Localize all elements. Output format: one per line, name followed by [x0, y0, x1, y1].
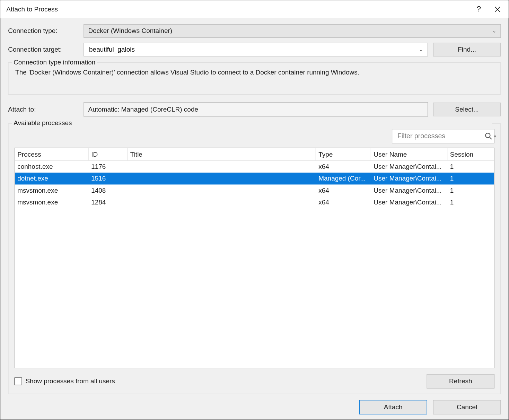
connection-type-value: Docker (Windows Container): [88, 27, 492, 35]
show-all-users-label: Show processes from all users: [25, 377, 115, 385]
close-button[interactable]: [488, 1, 507, 18]
cell-type: x64: [316, 187, 371, 194]
cell-session: 1: [447, 163, 494, 170]
connection-type-label: Connection type:: [8, 27, 84, 35]
chevron-down-icon: ⌄: [492, 28, 496, 34]
show-all-users-checkbox[interactable]: Show processes from all users: [15, 377, 115, 385]
cell-session: 1: [447, 199, 494, 206]
cell-session: 1: [447, 187, 494, 194]
table-row[interactable]: conhost.exe1176x64User Manager\Contai...…: [15, 161, 494, 173]
attach-to-field: Automatic: Managed (CoreCLR) code: [84, 102, 428, 117]
dialog-footer: Attach Cancel: [8, 400, 501, 414]
column-title[interactable]: Title: [128, 148, 316, 160]
cell-id: 1176: [89, 163, 128, 170]
svg-point-2: [485, 133, 490, 138]
column-process[interactable]: Process: [15, 148, 89, 160]
attach-to-label: Attach to:: [8, 106, 84, 113]
filter-processes-input[interactable]: [396, 132, 483, 140]
connection-type-row: Connection type: Docker (Windows Contain…: [8, 24, 501, 38]
table-row[interactable]: dotnet.exe1516Managed (Cor...User Manage…: [15, 173, 494, 184]
dialog-title: Attach to Process: [6, 5, 469, 13]
cell-id: 1516: [89, 175, 128, 182]
cell-type: x64: [316, 199, 371, 206]
filter-dropdown-icon[interactable]: ▾: [494, 134, 496, 138]
column-type[interactable]: Type: [316, 148, 371, 160]
connection-target-row: Connection target: ⌄ Find...: [8, 43, 501, 56]
titlebar: Attach to Process ?: [0, 0, 508, 18]
checkbox-box[interactable]: [15, 377, 22, 385]
attach-button[interactable]: Attach: [359, 400, 427, 414]
cell-process: conhost.exe: [15, 163, 89, 170]
find-button[interactable]: Find...: [433, 43, 501, 56]
filter-row: ▾: [15, 129, 495, 143]
cell-id: 1284: [89, 199, 128, 206]
cell-type: x64: [316, 163, 371, 170]
connection-info-legend: Connection type information: [12, 59, 97, 66]
available-processes-legend: Available processes: [12, 119, 492, 127]
table-row[interactable]: msvsmon.exe1408x64User Manager\Contai...…: [15, 184, 494, 196]
cell-user: User Manager\Contai...: [371, 163, 447, 170]
svg-line-3: [490, 137, 492, 139]
available-processes-group: Available processes ▾ Process ID Title T…: [8, 123, 501, 394]
connection-info-group: Connection type information The 'Docker …: [8, 62, 501, 95]
cell-type: Managed (Cor...: [316, 175, 371, 182]
column-session[interactable]: Session: [447, 148, 494, 160]
process-grid[interactable]: Process ID Title Type User Name Session …: [15, 148, 495, 368]
attach-to-value: Automatic: Managed (CoreCLR) code: [88, 106, 198, 113]
cell-id: 1408: [89, 187, 128, 194]
select-button[interactable]: Select...: [433, 103, 501, 116]
connection-target-combo[interactable]: ⌄: [84, 43, 428, 56]
attach-to-process-dialog: Attach to Process ? Connection type: Doc…: [0, 0, 509, 420]
cell-user: User Manager\Contai...: [371, 199, 447, 206]
search-icon: [485, 132, 492, 140]
connection-info-text: The 'Docker (Windows Container)' connect…: [8, 69, 500, 76]
filter-processes-field[interactable]: ▾: [392, 129, 494, 143]
cell-user: User Manager\Contai...: [371, 175, 447, 182]
cell-process: msvsmon.exe: [15, 199, 89, 206]
process-grid-body: conhost.exe1176x64User Manager\Contai...…: [15, 161, 494, 208]
cell-user: User Manager\Contai...: [371, 187, 447, 194]
below-grid-row: Show processes from all users Refresh: [15, 374, 495, 389]
cell-process: dotnet.exe: [15, 175, 89, 182]
connection-target-label: Connection target:: [8, 46, 84, 53]
cell-process: msvsmon.exe: [15, 187, 89, 194]
process-grid-header[interactable]: Process ID Title Type User Name Session: [15, 148, 494, 161]
help-button[interactable]: ?: [469, 1, 488, 18]
refresh-button[interactable]: Refresh: [427, 374, 494, 389]
column-username[interactable]: User Name: [371, 148, 447, 160]
attach-to-row: Attach to: Automatic: Managed (CoreCLR) …: [8, 102, 501, 117]
cell-session: 1: [447, 175, 494, 182]
chevron-down-icon: ⌄: [419, 47, 423, 53]
table-row[interactable]: msvsmon.exe1284x64User Manager\Contai...…: [15, 196, 494, 208]
close-icon: [494, 6, 500, 12]
connection-target-input[interactable]: [88, 45, 419, 54]
cancel-button[interactable]: Cancel: [433, 400, 501, 414]
connection-type-combo[interactable]: Docker (Windows Container) ⌄: [84, 24, 501, 38]
column-id[interactable]: ID: [89, 148, 128, 160]
